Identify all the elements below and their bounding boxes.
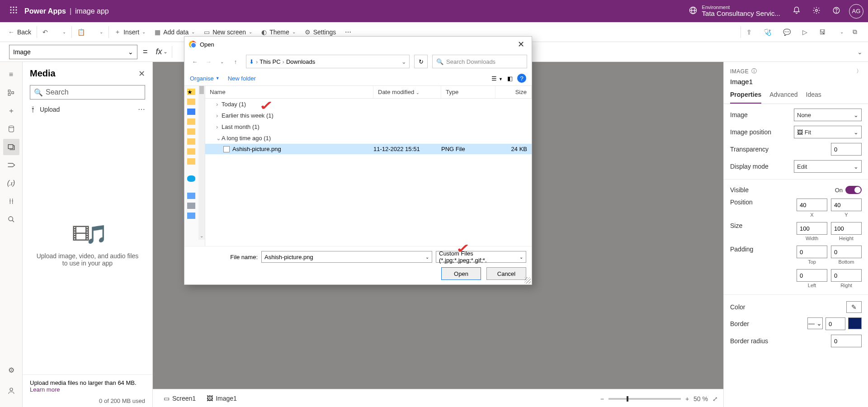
prop-visible-toggle[interactable] xyxy=(845,186,862,194)
more-icon[interactable]: ⋯ xyxy=(138,105,145,114)
refresh-button[interactable]: ↻ xyxy=(414,55,428,68)
open-button[interactable]: Open xyxy=(441,267,481,280)
zoom-slider[interactable] xyxy=(609,398,681,400)
variables-icon[interactable]: (𝑥) xyxy=(3,175,19,191)
col-size[interactable]: Size xyxy=(495,86,532,98)
help-icon[interactable] xyxy=(826,6,846,16)
filetype-select[interactable]: Custom Files (*.jpg;*.jpeg;*.gif;*.⌄ xyxy=(436,251,526,263)
cancel-button[interactable]: Cancel xyxy=(486,267,526,280)
pad-right-input[interactable] xyxy=(831,269,862,282)
group-longago[interactable]: ⌄A long time ago (1) xyxy=(205,133,532,144)
expand-icon[interactable]: 〉 xyxy=(856,67,862,75)
nav-back-button[interactable]: ← xyxy=(189,56,201,67)
tools-icon[interactable] xyxy=(3,193,19,209)
control-name[interactable]: Image1 xyxy=(730,78,862,85)
nav-forward-button[interactable]: → xyxy=(203,56,214,67)
upload-button[interactable]: ⭱Upload xyxy=(30,106,60,113)
zoom-in-button[interactable]: + xyxy=(685,395,689,402)
dialog-close-button[interactable]: ✕ xyxy=(515,39,527,49)
environment-block[interactable]: Environment Tata Consultancy Servic... xyxy=(702,5,780,18)
media-icon[interactable] xyxy=(3,139,19,155)
view-list-icon[interactable]: ☰ ▼ xyxy=(491,75,503,82)
app-settings-icon[interactable]: ⚙ xyxy=(3,362,19,378)
tab-image1[interactable]: 🖼Image1 xyxy=(201,389,242,407)
color-picker[interactable]: ✎ xyxy=(846,301,862,313)
dialog-help-icon[interactable]: ? xyxy=(517,74,526,83)
save-button[interactable]: 🖫 xyxy=(815,22,833,42)
data-icon[interactable] xyxy=(3,121,19,137)
tree-folder-icon[interactable] xyxy=(187,148,195,155)
address-bar[interactable]: ⬇ › This PC › Downloads ⌄ xyxy=(246,55,410,68)
paste-button[interactable]: 📋 xyxy=(73,22,92,42)
crumb-downloads[interactable]: Downloads xyxy=(286,58,315,65)
nav-up-button[interactable]: ↑ xyxy=(230,56,241,67)
resize-grip[interactable] xyxy=(524,277,531,284)
settings-icon[interactable] xyxy=(807,6,826,16)
formula-expand[interactable]: ⌄ xyxy=(852,48,868,56)
border-style-select[interactable]: — ⌄ xyxy=(807,317,823,329)
tree-pc-icon[interactable] xyxy=(187,193,195,199)
prop-imgpos-select[interactable]: 🖼 Fit⌄ xyxy=(794,126,862,138)
prop-transparency-input[interactable] xyxy=(831,143,862,156)
tab-screen1[interactable]: ▭Screen1 xyxy=(158,389,201,407)
tab-properties[interactable]: Properties xyxy=(730,91,761,104)
border-radius-input[interactable] xyxy=(831,335,862,347)
tree-folder-icon[interactable] xyxy=(187,138,195,145)
pos-x-input[interactable] xyxy=(797,199,827,211)
insert-button[interactable]: ＋Insert⌄ xyxy=(110,22,150,42)
tree-quick-icon[interactable]: ★ xyxy=(187,89,195,95)
tree-onedrive-icon[interactable] xyxy=(187,175,195,182)
col-date[interactable]: Date modified ⌄ xyxy=(373,86,441,98)
share-button[interactable]: ⇪ xyxy=(742,22,759,42)
border-width-input[interactable] xyxy=(826,317,845,330)
insert-icon[interactable]: ＋ xyxy=(3,103,19,119)
back-button[interactable]: ←Back xyxy=(4,22,36,42)
media-search[interactable]: 🔍 Search xyxy=(30,85,145,99)
undo-button[interactable]: ↶ xyxy=(38,22,55,42)
dialog-search[interactable]: 🔍Search Downloads xyxy=(432,55,527,68)
waffle-icon[interactable] xyxy=(5,6,23,16)
preview-button[interactable]: ▷ xyxy=(798,22,815,42)
learn-more-link[interactable]: Learn more xyxy=(30,386,60,393)
tree-drive-icon[interactable] xyxy=(187,203,195,209)
prop-image-select[interactable]: None⌄ xyxy=(794,109,862,121)
filename-input[interactable]: Ashish-picture.png⌄ xyxy=(261,251,432,263)
group-earlier[interactable]: ›Earlier this week (1) xyxy=(205,110,532,121)
undo-chevron[interactable]: ⌄ xyxy=(55,22,71,42)
notifications-icon[interactable] xyxy=(787,6,807,16)
tab-advanced[interactable]: Advanced xyxy=(769,91,797,104)
tree-folder-icon[interactable] xyxy=(187,118,195,125)
publish-button[interactable]: ⧉ xyxy=(848,22,864,42)
col-type[interactable]: Type xyxy=(441,86,495,98)
group-lastmonth[interactable]: ›Last month (1) xyxy=(205,121,532,133)
width-input[interactable] xyxy=(797,222,827,235)
pos-y-input[interactable] xyxy=(831,199,862,211)
info-icon[interactable]: ⓘ xyxy=(751,67,757,75)
crumb-thispc[interactable]: This PC xyxy=(259,58,280,65)
file-row-selected[interactable]: Ashish-picture.png 11-12-2022 15:51 PNG … xyxy=(205,144,532,154)
save-chevron[interactable]: ⌄ xyxy=(833,22,848,42)
product-name[interactable]: Power Apps xyxy=(24,7,66,15)
fit-icon[interactable]: ⤢ xyxy=(712,395,718,402)
pad-top-input[interactable] xyxy=(797,246,827,258)
tab-ideas[interactable]: Ideas xyxy=(806,91,821,104)
tree-scrollbar[interactable]: ⌄ xyxy=(198,86,205,240)
tree-view-icon[interactable] xyxy=(3,85,19,101)
search-icon[interactable] xyxy=(3,211,19,227)
close-icon[interactable]: ✕ xyxy=(138,69,145,79)
preview-pane-icon[interactable]: ◧ xyxy=(507,75,513,82)
flows-icon[interactable] xyxy=(3,157,19,173)
new-folder-button[interactable]: New folder xyxy=(228,75,256,82)
nav-recent-chevron[interactable]: ⌄ xyxy=(216,56,228,67)
height-input[interactable] xyxy=(831,222,862,235)
user-avatar[interactable]: AG xyxy=(849,4,863,19)
tree-folder-icon[interactable] xyxy=(187,99,195,105)
fx-label[interactable]: fx⌄ xyxy=(153,47,170,57)
tree-folder-icon[interactable] xyxy=(187,158,195,165)
organise-button[interactable]: Organise▼ xyxy=(190,75,220,82)
tree-drive-icon[interactable] xyxy=(187,213,195,219)
group-today[interactable]: ›Today (1) xyxy=(205,99,532,110)
property-selector[interactable]: Image ⌄ xyxy=(9,45,137,59)
col-name[interactable]: Name xyxy=(205,86,373,98)
folder-tree[interactable]: ★ ⌄ xyxy=(184,86,205,246)
